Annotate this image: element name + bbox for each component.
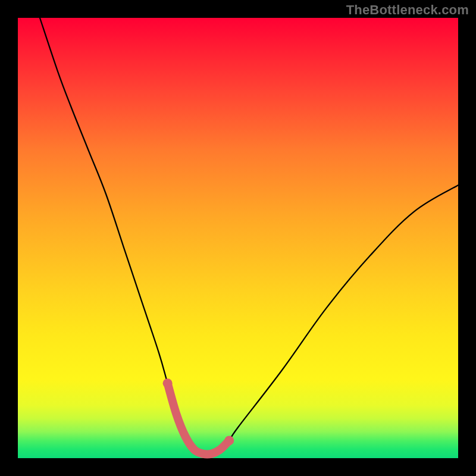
plot-area [18,18,458,458]
watermark-text: TheBottleneck.com [346,2,469,18]
dip-highlight [168,383,230,454]
dip-endpoint-left [163,378,173,388]
black-curve [40,18,458,455]
chart-svg [18,18,458,458]
dip-endpoint-right [224,436,234,445]
chart-frame: TheBottleneck.com [0,0,476,476]
